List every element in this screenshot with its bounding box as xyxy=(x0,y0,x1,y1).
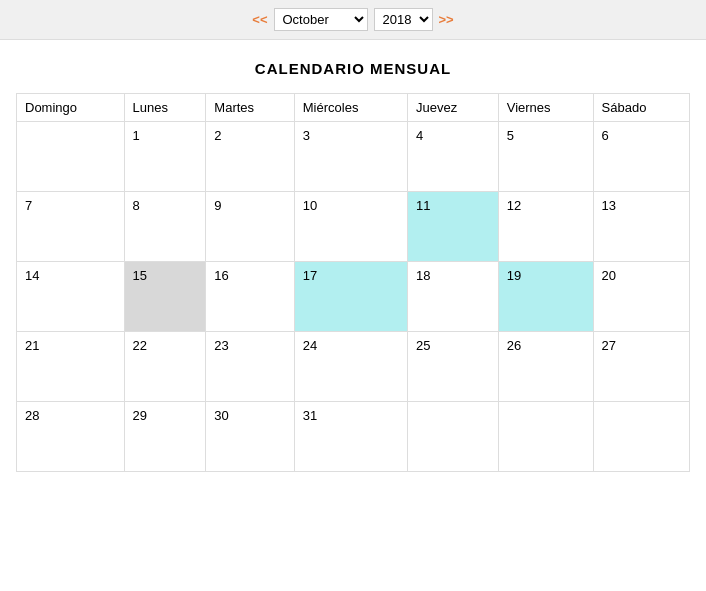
calendar-cell[interactable]: 14 xyxy=(17,262,125,332)
calendar-cell[interactable]: 20 xyxy=(593,262,689,332)
calendar-cell[interactable]: 1 xyxy=(124,122,206,192)
next-month-button[interactable]: >> xyxy=(439,12,454,27)
calendar-header-lunes: Lunes xyxy=(124,94,206,122)
calendar-cell[interactable]: 2 xyxy=(206,122,294,192)
calendar-cell[interactable]: 15 xyxy=(124,262,206,332)
year-select[interactable]: 20162017201820192020 xyxy=(374,8,433,31)
calendar-cell[interactable]: 6 xyxy=(593,122,689,192)
calendar-cell[interactable]: 23 xyxy=(206,332,294,402)
calendar-cell[interactable]: 31 xyxy=(294,402,407,472)
calendar-cell[interactable]: 11 xyxy=(407,192,498,262)
day-number: 7 xyxy=(25,198,116,213)
day-number: 30 xyxy=(214,408,285,423)
day-number: 6 xyxy=(602,128,681,143)
calendar-week-row: 28293031 xyxy=(17,402,690,472)
calendar-cell[interactable]: 18 xyxy=(407,262,498,332)
calendar-cell[interactable]: 13 xyxy=(593,192,689,262)
day-number: 3 xyxy=(303,128,399,143)
day-number: 22 xyxy=(133,338,198,353)
day-number: 31 xyxy=(303,408,399,423)
calendar-header-miércoles: Miércoles xyxy=(294,94,407,122)
calendar-cell[interactable]: 9 xyxy=(206,192,294,262)
day-number: 23 xyxy=(214,338,285,353)
calendar-cell[interactable]: 22 xyxy=(124,332,206,402)
calendar-header-domingo: Domingo xyxy=(17,94,125,122)
calendar-cell[interactable]: 10 xyxy=(294,192,407,262)
day-number: 19 xyxy=(507,268,585,283)
calendar-cell[interactable]: 4 xyxy=(407,122,498,192)
calendar-cell[interactable]: 25 xyxy=(407,332,498,402)
day-number: 29 xyxy=(133,408,198,423)
calendar-cell[interactable]: 12 xyxy=(498,192,593,262)
month-select[interactable]: JanuaryFebruaryMarchAprilMayJuneJulyAugu… xyxy=(274,8,368,31)
calendar-cell[interactable]: 17 xyxy=(294,262,407,332)
nav-bar: << JanuaryFebruaryMarchAprilMayJuneJulyA… xyxy=(0,0,706,40)
calendar-week-row: 123456 xyxy=(17,122,690,192)
day-number: 1 xyxy=(133,128,198,143)
day-number: 18 xyxy=(416,268,490,283)
calendar-cell[interactable]: 26 xyxy=(498,332,593,402)
calendar-header-viernes: Viernes xyxy=(498,94,593,122)
calendar-header-martes: Martes xyxy=(206,94,294,122)
calendar-cell[interactable]: 27 xyxy=(593,332,689,402)
calendar-cell[interactable] xyxy=(17,122,125,192)
calendar-cell[interactable] xyxy=(407,402,498,472)
day-number: 8 xyxy=(133,198,198,213)
calendar-cell[interactable]: 24 xyxy=(294,332,407,402)
day-number: 16 xyxy=(214,268,285,283)
calendar-table: DomingoLunesMartesMiércolesJuevezViernes… xyxy=(16,93,690,472)
day-number: 4 xyxy=(416,128,490,143)
calendar-cell[interactable] xyxy=(593,402,689,472)
calendar-container: CALENDARIO MENSUAL DomingoLunesMartesMié… xyxy=(0,40,706,488)
calendar-cell[interactable]: 19 xyxy=(498,262,593,332)
day-number: 13 xyxy=(602,198,681,213)
calendar-cell[interactable] xyxy=(498,402,593,472)
day-number: 5 xyxy=(507,128,585,143)
day-number: 24 xyxy=(303,338,399,353)
day-number: 17 xyxy=(303,268,399,283)
calendar-cell[interactable]: 7 xyxy=(17,192,125,262)
calendar-week-row: 14151617181920 xyxy=(17,262,690,332)
day-number: 25 xyxy=(416,338,490,353)
calendar-cell[interactable]: 5 xyxy=(498,122,593,192)
day-number: 20 xyxy=(602,268,681,283)
calendar-cell[interactable]: 28 xyxy=(17,402,125,472)
calendar-cell[interactable]: 16 xyxy=(206,262,294,332)
calendar-title: CALENDARIO MENSUAL xyxy=(16,60,690,77)
day-number: 28 xyxy=(25,408,116,423)
calendar-cell[interactable]: 3 xyxy=(294,122,407,192)
calendar-cell[interactable]: 30 xyxy=(206,402,294,472)
day-number: 26 xyxy=(507,338,585,353)
prev-month-button[interactable]: << xyxy=(252,12,267,27)
day-number: 9 xyxy=(214,198,285,213)
day-number: 14 xyxy=(25,268,116,283)
calendar-week-row: 78910111213 xyxy=(17,192,690,262)
day-number: 11 xyxy=(416,198,490,213)
calendar-cell[interactable]: 8 xyxy=(124,192,206,262)
day-number: 15 xyxy=(133,268,198,283)
calendar-header-sábado: Sábado xyxy=(593,94,689,122)
day-number: 10 xyxy=(303,198,399,213)
calendar-cell[interactable]: 21 xyxy=(17,332,125,402)
day-number: 2 xyxy=(214,128,285,143)
day-number: 21 xyxy=(25,338,116,353)
calendar-header-juevez: Juevez xyxy=(407,94,498,122)
day-number: 27 xyxy=(602,338,681,353)
day-number: 12 xyxy=(507,198,585,213)
calendar-week-row: 21222324252627 xyxy=(17,332,690,402)
calendar-cell[interactable]: 29 xyxy=(124,402,206,472)
